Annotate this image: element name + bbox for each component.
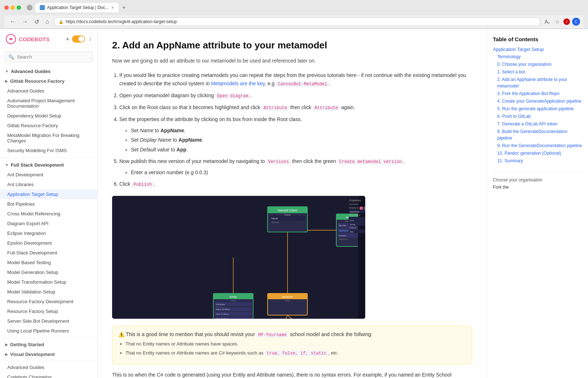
logo-text: CODEBOTS (19, 36, 50, 42)
getting-started-label: Getting Started (10, 342, 44, 347)
sidebar-item-resource-dev[interactable]: Resource Factory Development (0, 297, 97, 306)
home-button[interactable]: ⌂ (44, 18, 51, 26)
sidebar-item-automated-pm[interactable]: Automated Project Management Documentati… (0, 96, 97, 111)
new-tab-button[interactable]: + (119, 3, 128, 12)
svg-text:AppName: AppName (339, 229, 349, 232)
svg-text:String: String (350, 223, 355, 225)
toc-title: Table of Contents (493, 36, 582, 42)
svg-text:Reference: Reference (339, 238, 347, 240)
advanced-guides-label: Advanced Guides (11, 69, 51, 74)
sidebar-item-model-testing[interactable]: Model Based Testing (0, 258, 97, 267)
forward-button[interactable]: → (20, 18, 30, 26)
sidebar-item-cross-model[interactable]: Cross Model Referencing (0, 209, 97, 219)
svg-text:Name: Name (271, 217, 278, 220)
toc-link-add-appname[interactable]: 2. Add an AppName attribute to your meta… (493, 76, 582, 89)
sidebar-item-ant-lib[interactable]: Ant Libraries (0, 180, 97, 189)
lock-icon: 🔒 (59, 20, 64, 24)
step-4-bullets: Set Name to AppName. Set Display Name to… (119, 126, 472, 154)
codebots-logo-icon (6, 34, 16, 44)
sidebar-item-epsilon[interactable]: Epsilon Development (0, 238, 97, 248)
toolbar-actions: Aᵥ ☆ 2 C (543, 18, 580, 26)
sidebar-item-advanced-guides-1[interactable]: Advanced Guides (0, 86, 97, 96)
sidebar-item-local-pipeline[interactable]: Using Local Pipeline Runners (0, 326, 97, 336)
bullet-name: Set Name to AppName. (131, 126, 472, 134)
svg-rect-65 (363, 207, 365, 210)
search-input[interactable] (17, 54, 89, 60)
sidebar-item-app-target-setup[interactable]: Application Target Setup (0, 189, 97, 199)
toc-link-terminology[interactable]: Terminology (493, 53, 582, 60)
sidebar-item-model-gen[interactable]: Model Generation Setup (0, 267, 97, 277)
theme-toggle[interactable] (72, 35, 85, 43)
sidebar-item-model-validation[interactable]: Model Validation Setup (0, 287, 97, 297)
url-text: https://docs.codebots.tech/nxgk4t-applic… (66, 19, 177, 24)
main-content: 2. Add an AppName attribute to your meta… (98, 29, 487, 378)
toc-link-choose-org[interactable]: 0. Choose your organisation (493, 61, 582, 68)
app-layout: CODEBOTS ☀ ☽ 🔍 ▼ Advanced Guides ▶ (0, 29, 588, 378)
active-tab[interactable]: Application Target Setup | Doc... ✕ (35, 3, 119, 12)
search-box[interactable]: 🔍 (4, 52, 93, 62)
reader-mode-button[interactable]: Aᵥ (543, 18, 551, 25)
tab-close-icon[interactable]: ✕ (111, 5, 114, 10)
sidebar-item-resource-setup[interactable]: Resource Factory Setup (0, 306, 97, 316)
sidebar: CODEBOTS ☀ ☽ 🔍 ▼ Advanced Guides ▶ (0, 29, 98, 378)
sidebar-item-eclipse[interactable]: Eclipse Integration (0, 228, 97, 238)
sidebar-item-advanced-guides-bottom[interactable]: Advanced Guides (0, 362, 97, 372)
sidebar-item-diagram-export[interactable]: Diagram Export API (0, 219, 97, 228)
toc-link-run-doc-pipeline[interactable]: 9. Run the GenerateDocumentation pipelin… (493, 142, 582, 149)
moon-icon: ☽ (87, 36, 91, 42)
gitlab-resource-factory-group[interactable]: ▶ Gitlab Resource Factory (0, 76, 97, 86)
sidebar-item-metamodel-migration[interactable]: MetaModel Migration For Breaking Changes (0, 130, 97, 146)
code-attribute-2: Attribute (313, 105, 340, 111)
code-keywords: true, false, if, static (265, 351, 328, 356)
browser-chrome: Application Target Setup | Doc... ✕ + ← … (0, 0, 588, 29)
address-bar[interactable]: 🔒 https://docs.codebots.tech/nxgk4t-appl… (54, 17, 540, 26)
sidebar-item-model-transform[interactable]: Model Transformation Setup (0, 277, 97, 287)
sidebar-item-server-bot[interactable]: Server Side Bot Development (0, 316, 97, 326)
advanced-guides-header[interactable]: ▼ Advanced Guides (0, 66, 97, 76)
svg-text:One To One: One To One (216, 318, 228, 319)
toc-link-summary[interactable]: 11. Summary (493, 158, 582, 164)
choose-org-label: Choose your organisation (493, 177, 582, 182)
refresh-button[interactable]: ↺ (33, 18, 41, 26)
sidebar-item-gitlab-factory[interactable]: Gitlab Resource Factory (0, 121, 97, 130)
metamodels-link[interactable]: Metamodels are the key (211, 81, 265, 86)
maximize-button[interactable] (17, 5, 21, 10)
back-button[interactable]: ← (8, 18, 17, 26)
svg-text:Many To Many: Many To Many (216, 308, 230, 310)
svg-text:Class: Class (230, 300, 236, 302)
toc-link-push-gitlab[interactable]: 6. Push to GitLab (493, 113, 582, 120)
sidebar-item-ant-dev[interactable]: Ant Development (0, 170, 97, 180)
sidebar-item-codebots-changelog[interactable]: Codebots Changelog (0, 372, 97, 378)
getting-started-header[interactable]: ▶ Getting Started (0, 340, 97, 349)
advanced-guides-subsection: ▶ Gitlab Resource Factory Advanced Guide… (0, 76, 97, 156)
toc-link-select-bot[interactable]: 1. Select a bot (493, 69, 582, 75)
toc-link-build-doc-pipeline[interactable]: 8. Build the GenerateDocumentation pipel… (493, 128, 582, 141)
visual-dev-header[interactable]: ▶ Visual Development (0, 349, 97, 359)
chevron-right-icon-3: ▶ (5, 352, 8, 356)
bookmark-button[interactable]: ☆ (554, 18, 561, 25)
minimize-button[interactable] (10, 5, 15, 10)
toc-main-link[interactable]: Application Target Setup (493, 47, 582, 52)
code-create-metamodel: Create metamodel version (337, 159, 404, 165)
sidebar-item-bot-pipelines[interactable]: Bot Pipelines (0, 199, 97, 209)
toc-link-pandoc[interactable]: 10. Pandoc generation (Optional) (493, 150, 582, 156)
sidebar-item-fullstack-dev[interactable]: Full-Stack Development (0, 248, 97, 258)
step-6: Click Publish. (119, 180, 472, 188)
close-button[interactable] (4, 5, 9, 10)
svg-text:Entity: Entity (230, 295, 237, 298)
fullstack-header[interactable]: ▼ Full Stack Development (0, 159, 97, 169)
toc-link-create-pipeline[interactable]: 4. Create your GenerateApplication pipel… (493, 98, 582, 104)
svg-text:AppName: AppName (350, 211, 359, 213)
svg-text:Named Class: Named Class (278, 209, 298, 212)
toc-link-run-pipeline[interactable]: 5. Run the generate application pipeline (493, 106, 582, 112)
svg-text:Entities: Entities (339, 235, 346, 237)
toc-link-fork-repo[interactable]: 3. Fork the Application Bot Repo (493, 90, 582, 97)
search-icon: 🔍 (8, 54, 14, 60)
step-5-bullets: Enter a version number (e.g 0.0.3) (119, 168, 472, 176)
sidebar-item-security-modelling[interactable]: Security Modelling For ISMS (0, 146, 97, 155)
browser-user-icon[interactable]: C (572, 18, 580, 26)
svg-text:Default: Default (349, 227, 356, 229)
sidebar-header: CODEBOTS ☀ ☽ (0, 29, 97, 48)
toc-link-gitlab-token[interactable]: 7. Generate a GitLab API token (493, 121, 582, 127)
sidebar-item-dependency[interactable]: Dependency Model Setup (0, 111, 97, 121)
